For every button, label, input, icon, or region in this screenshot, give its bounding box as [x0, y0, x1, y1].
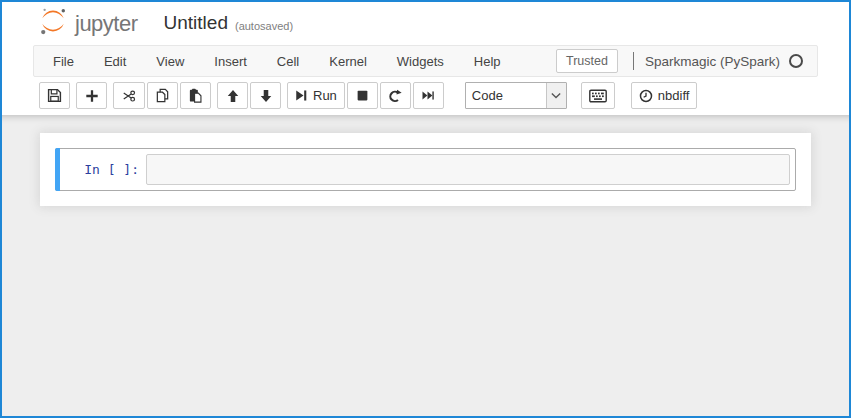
run-cell-button[interactable]: Run: [287, 82, 345, 109]
arrow-up-icon: [226, 89, 240, 103]
nbdiff-button[interactable]: nbdiff: [631, 82, 698, 109]
save-icon: [47, 88, 62, 103]
clock-icon: [639, 89, 653, 103]
menu-help[interactable]: Help: [459, 46, 516, 77]
menu-file[interactable]: File: [38, 46, 89, 77]
step-forward-icon: [295, 89, 308, 102]
menu-kernel[interactable]: Kernel: [314, 46, 382, 77]
notebook-title[interactable]: Untitled: [164, 12, 228, 34]
jupyter-logo[interactable]: jupyter: [38, 6, 138, 40]
move-cell-up-button[interactable]: [217, 82, 248, 109]
menu-view[interactable]: View: [141, 46, 199, 77]
copy-icon: [155, 88, 170, 103]
jupyter-window: jupyter Untitled (autosaved) File Edit V…: [0, 0, 851, 418]
interrupt-kernel-button[interactable]: [347, 82, 378, 109]
code-input[interactable]: [146, 154, 790, 185]
kernel-divider: [633, 52, 634, 70]
menu-widgets[interactable]: Widgets: [382, 46, 459, 77]
trusted-button[interactable]: Trusted: [556, 49, 618, 73]
move-cell-down-button[interactable]: [250, 82, 281, 109]
restart-kernel-button[interactable]: [380, 82, 411, 109]
menu-cell[interactable]: Cell: [262, 46, 314, 77]
notebook-header: jupyter Untitled (autosaved): [2, 2, 849, 44]
run-button-label: Run: [313, 88, 337, 103]
notebook-panel: In [ ]:: [2, 115, 849, 418]
command-palette-button[interactable]: [581, 82, 615, 109]
restart-run-all-button[interactable]: [413, 82, 444, 109]
save-button[interactable]: [39, 82, 70, 109]
notebook-container: In [ ]:: [40, 133, 811, 206]
selected-cell-indicator: [55, 148, 60, 191]
code-cell[interactable]: In [ ]:: [55, 148, 796, 191]
plus-icon: [85, 89, 99, 103]
insert-cell-button[interactable]: [76, 82, 107, 109]
keyboard-icon: [589, 89, 607, 103]
menu-insert[interactable]: Insert: [199, 46, 262, 77]
kernel-idle-icon: [789, 54, 803, 68]
cell-type-dropdown[interactable]: Code: [465, 82, 567, 109]
menu-edit[interactable]: Edit: [89, 46, 141, 77]
copy-cell-button[interactable]: [147, 82, 178, 109]
nbdiff-button-label: nbdiff: [658, 88, 690, 103]
stop-icon: [356, 89, 369, 102]
menubar-row: File Edit View Insert Cell Kernel Widget…: [2, 44, 849, 77]
scissors-icon: [121, 89, 137, 103]
paste-icon: [188, 88, 203, 103]
refresh-icon: [388, 89, 402, 103]
autosave-status: (autosaved): [235, 20, 293, 32]
chevron-down-icon: [546, 83, 566, 108]
input-prompt: In [ ]:: [56, 162, 146, 177]
cell-type-value: Code: [466, 83, 546, 108]
jupyter-logo-text: jupyter: [75, 11, 138, 37]
paste-cell-button[interactable]: [180, 82, 211, 109]
fast-forward-icon: [421, 89, 435, 102]
jupyter-logo-icon: [38, 6, 68, 40]
kernel-name: Sparkmagic (PySpark): [645, 54, 780, 69]
toolbar: Run: [2, 77, 849, 115]
cut-cell-button[interactable]: [113, 82, 145, 109]
menubar: File Edit View Insert Cell Kernel Widget…: [33, 45, 818, 77]
arrow-down-icon: [259, 89, 273, 103]
